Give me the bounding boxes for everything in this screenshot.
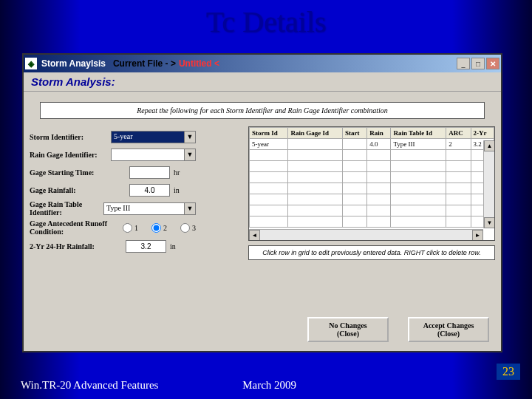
no-changes-l2: (Close)	[337, 330, 359, 338]
rain-table-value[interactable]: Type III	[103, 202, 185, 215]
col-rain-gage[interactable]: Rain Gage Id	[288, 128, 343, 139]
maximize-button[interactable]: □	[471, 58, 485, 69]
scroll-up-icon[interactable]: ▲	[484, 140, 495, 151]
storm-id-value[interactable]: 5-year	[111, 131, 185, 143]
app-window: ◈ Storm Anaylsis Current File - > Untitl…	[22, 53, 502, 352]
table-row[interactable]	[250, 194, 494, 205]
gage-start-input[interactable]	[129, 166, 170, 179]
cell-arc[interactable]: 2	[446, 139, 471, 150]
titlebar[interactable]: ◈ Storm Anaylsis Current File - > Untitl…	[24, 55, 501, 72]
grid-hint: Click row in grid to edit previously ent…	[248, 245, 495, 260]
form-panel: Storm Identifier: 5-year ▼ Rain Gage Ide…	[30, 126, 245, 260]
arc-option-2[interactable]: 2	[151, 223, 167, 233]
scroll-down-icon[interactable]: ▼	[484, 217, 495, 228]
arc-radio-3[interactable]	[180, 223, 190, 233]
table-row[interactable]: 5-year 4.0 Type III 2 3.2	[250, 139, 494, 150]
rain-table-combo[interactable]: Type III ▼	[103, 202, 196, 215]
col-start[interactable]: Start	[343, 128, 367, 139]
no-changes-button[interactable]: No Changes (Close)	[307, 317, 389, 342]
cell-rain-gage[interactable]	[288, 139, 343, 150]
title-main: Storm Anaylsis	[41, 58, 106, 69]
footer-date: March 2009	[242, 379, 296, 391]
rain-table-label: Gage Rain Table Identifier:	[30, 200, 103, 216]
chevron-down-icon[interactable]: ▼	[185, 202, 196, 215]
chevron-down-icon[interactable]: ▼	[185, 131, 196, 143]
gage-rain-unit: in	[174, 186, 180, 194]
cell-start[interactable]	[343, 139, 367, 150]
accept-l2: (Close)	[437, 330, 460, 338]
accept-l1: Accept Changes	[423, 321, 474, 330]
rain-gage-label: Rain Gage Identifier:	[30, 151, 111, 159]
arc-radio-2[interactable]	[151, 223, 161, 233]
gage-start-unit: hr	[174, 168, 180, 177]
storm-id-combo[interactable]: 5-year ▼	[111, 131, 196, 143]
page-number: 23	[497, 364, 520, 380]
rain-gage-combo[interactable]: ▼	[111, 149, 196, 161]
two-yr-unit: in	[170, 242, 176, 250]
arc-label: Gage Antecedent Runoff Condition:	[30, 219, 118, 236]
rain-gage-value[interactable]	[111, 149, 185, 161]
footer: Win.TR-20 Advanced Features March 2009	[21, 379, 296, 392]
col-storm-id[interactable]: Storm Id	[250, 128, 288, 139]
cell-rain-table[interactable]: Type III	[391, 139, 446, 150]
section-header: Storm Analysis:	[24, 72, 501, 92]
col-2yr[interactable]: 2-Yr	[471, 128, 494, 139]
arc-option-1[interactable]: 1	[123, 223, 138, 233]
data-grid[interactable]: Storm Id Rain Gage Id Start Rain Rain Ta…	[248, 126, 495, 241]
col-rain-table[interactable]: Rain Table Id	[391, 128, 446, 139]
scrollbar-horizontal[interactable]: ◄ ►	[249, 229, 483, 240]
scroll-right-icon[interactable]: ►	[472, 230, 483, 241]
table-row[interactable]	[250, 172, 494, 183]
title-mid: Current File - >	[113, 58, 176, 69]
slide-title: Tc Details	[0, 0, 532, 39]
cell-rain[interactable]: 4.0	[367, 139, 391, 150]
gage-start-label: Gage Starting Time:	[30, 168, 129, 177]
two-yr-input[interactable]	[126, 240, 166, 253]
instruction-text: Repeat the following for each Storm Iden…	[40, 102, 485, 119]
gage-rain-input[interactable]	[129, 184, 170, 197]
close-button[interactable]: ✕	[486, 58, 499, 69]
scrollbar-vertical[interactable]: ▲ ▼	[483, 140, 494, 228]
minimize-button[interactable]: _	[457, 58, 470, 69]
storm-id-label: Storm Identifier:	[30, 133, 111, 141]
cell-storm-id[interactable]: 5-year	[250, 139, 288, 150]
arc-radio-1[interactable]	[123, 223, 132, 233]
col-arc[interactable]: ARC	[446, 128, 471, 139]
no-changes-l1: No Changes	[329, 321, 366, 330]
arc-radio-group[interactable]: 1 2 3	[123, 223, 196, 233]
col-rain[interactable]: Rain	[367, 128, 391, 139]
grid-header-row: Storm Id Rain Gage Id Start Rain Rain Ta…	[250, 128, 494, 139]
footer-left: Win.TR-20 Advanced Features	[21, 379, 158, 391]
table-row[interactable]	[250, 216, 494, 228]
accept-changes-button[interactable]: Accept Changes (Close)	[408, 317, 489, 342]
table-row[interactable]	[250, 183, 494, 194]
chevron-down-icon[interactable]: ▼	[185, 149, 196, 161]
scroll-left-icon[interactable]: ◄	[249, 230, 260, 241]
gage-rain-label: Gage Rainfall:	[30, 186, 111, 194]
two-yr-label: 2-Yr 24-Hr Rainfall:	[30, 242, 126, 250]
title-file: Untitled <	[179, 58, 219, 69]
table-row[interactable]	[250, 205, 494, 216]
table-row[interactable]	[250, 150, 494, 161]
app-icon: ◈	[25, 58, 37, 69]
arc-option-3[interactable]: 3	[180, 223, 196, 233]
table-row[interactable]	[250, 161, 494, 172]
